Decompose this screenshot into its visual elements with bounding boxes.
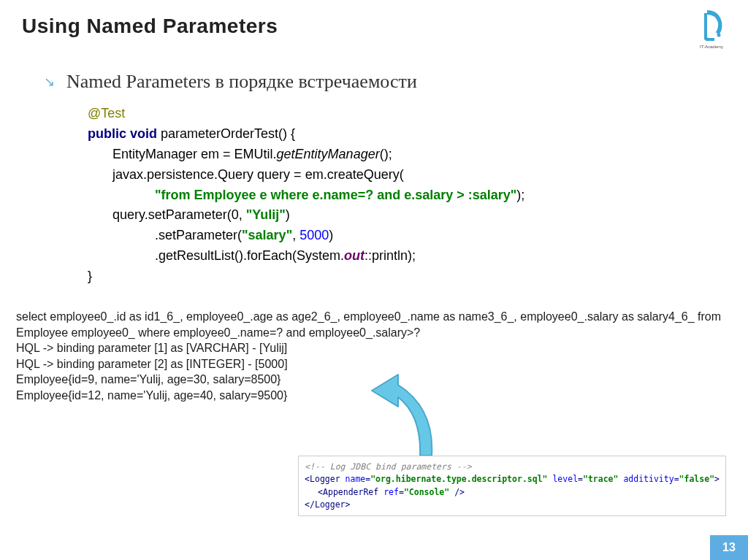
xml-config-snippet: <!-- Log JDBC bind parameters --> <Logge… xyxy=(298,456,726,516)
output-line: HQL -> binding parameter [2] as [INTEGER… xyxy=(16,356,748,372)
slide-title: Using Named Parameters xyxy=(0,0,748,38)
page-number: 13 xyxy=(710,535,748,560)
code-annotation: @Test xyxy=(88,106,125,120)
bullet-item: ↘ Named Parameters в порядке встречаемос… xyxy=(44,71,748,93)
code-block: @Test public void parameterOrderTest() {… xyxy=(88,104,748,287)
it-academy-logo: IT-Academy xyxy=(690,6,733,50)
output-line: HQL -> binding parameter [1] as [VARCHAR… xyxy=(16,340,748,356)
svg-point-0 xyxy=(717,34,721,37)
curved-arrow-icon xyxy=(369,372,449,462)
bullet-text: Named Parameters в порядке встречаемости xyxy=(66,71,417,93)
svg-text:IT-Academy: IT-Academy xyxy=(700,45,723,49)
output-line: select employee0_.id as id1_6_, employee… xyxy=(16,309,748,340)
arrow-bullet-icon: ↘ xyxy=(44,74,55,90)
